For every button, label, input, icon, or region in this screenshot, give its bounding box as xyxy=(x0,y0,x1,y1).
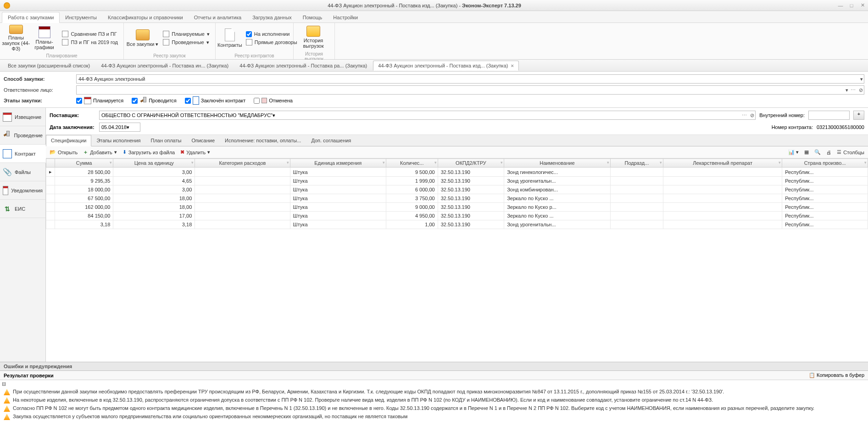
grid-view-button[interactable]: ▦ xyxy=(804,149,809,155)
table-row[interactable]: 84 150,0017,00Штука4 950,0032.50.13.190З… xyxy=(46,212,868,220)
menu-tab-classifiers[interactable]: Классификаторы и справочники xyxy=(102,12,189,22)
filter-icon[interactable]: ▾ xyxy=(434,160,437,165)
responsible-input[interactable]: ▾⋯⊘ xyxy=(76,85,864,95)
spec-grid[interactable]: Сумма▾Цена за единицу▾Категория расходов… xyxy=(46,158,868,362)
close-button[interactable]: ✕ xyxy=(857,1,868,10)
col-header[interactable]: Количес...▾ xyxy=(386,159,438,168)
col-header[interactable]: Страна произво...▾ xyxy=(782,159,868,168)
menu-tab-tools[interactable]: Инструменты xyxy=(60,12,102,22)
date-input[interactable]: 05.04.2018▾ xyxy=(99,123,140,132)
plan-graphics-button[interactable]: Планы-графики xyxy=(30,25,59,51)
filter-icon[interactable]: ▾ xyxy=(383,160,385,165)
delete-button[interactable]: ✖Удалить ▾ xyxy=(180,149,210,155)
stage-cancelled[interactable]: Отменена xyxy=(254,98,293,104)
plans-button[interactable]: Планы закупок (44-ФЗ) xyxy=(2,25,30,51)
filter-icon[interactable]: ▾ xyxy=(287,160,289,165)
table-row[interactable]: 67 500,0018,00Штука3 750,0032.50.13.190З… xyxy=(46,194,868,203)
col-header[interactable]: Цена за единицу▾ xyxy=(113,159,195,168)
chevron-down-icon[interactable]: ▾ xyxy=(860,76,863,82)
stage-contract[interactable]: Заключён контракт xyxy=(185,96,245,105)
tab-addagr[interactable]: Доп. соглашения xyxy=(306,135,356,146)
print-button[interactable]: 🖨 xyxy=(826,150,831,155)
tab-desc[interactable]: Описание xyxy=(186,135,220,146)
col-header[interactable]: Наименование▾ xyxy=(504,159,611,168)
filter-icon[interactable]: ▾ xyxy=(660,160,662,165)
on-execution-button[interactable]: На исполнении xyxy=(245,31,298,38)
direct-contracts-button[interactable]: Прямые договоры xyxy=(245,39,298,46)
chevron-down-icon[interactable]: ▾ xyxy=(273,112,275,118)
contracts-button[interactable]: Контракты xyxy=(217,25,242,51)
filter-icon[interactable]: ▾ xyxy=(779,160,781,165)
columns-button[interactable]: ☰ Столбцы xyxy=(837,149,864,155)
on-exec-checkbox[interactable] xyxy=(246,31,252,37)
clear-icon[interactable]: ⊘ xyxy=(750,112,754,118)
table-row[interactable]: ▸28 500,003,00Штука9 500,0032.50.13.190З… xyxy=(46,168,868,177)
add-button[interactable]: + xyxy=(853,111,864,120)
nav-notice[interactable]: Извещение xyxy=(0,108,45,126)
table-row[interactable]: 3,183,18Штука1,0032.50.13.190Зонд уроген… xyxy=(46,220,868,229)
stage-conducted[interactable]: Проводится xyxy=(132,97,177,104)
nav-files[interactable]: 📎Файлы xyxy=(0,163,45,181)
tab-exec[interactable]: Исполнение: поставки, оплаты... xyxy=(220,135,306,146)
filter-icon[interactable]: ▾ xyxy=(864,160,867,165)
export-button[interactable]: 📊 ▾ xyxy=(788,149,799,155)
close-icon[interactable]: × xyxy=(511,63,513,68)
add-button[interactable]: ＋Добавить ▾ xyxy=(83,149,117,156)
table-row[interactable]: 18 000,003,00Штука6 000,0032.50.13.190Зо… xyxy=(46,185,868,194)
nav-conduct[interactable]: Проведение xyxy=(0,126,45,145)
table-row[interactable]: 162 000,0018,00Штука9 000,0032.50.13.190… xyxy=(46,203,868,212)
done-button[interactable]: Проведенные ▾ xyxy=(162,39,211,46)
col-header[interactable]: Сумма▾ xyxy=(55,159,113,168)
error-list[interactable]: ⊟При осуществлении данной закупки необхо… xyxy=(0,380,868,426)
folder-icon xyxy=(306,26,320,37)
filter-icon[interactable]: ▾ xyxy=(607,160,609,165)
col-header[interactable]: Подразд...▾ xyxy=(610,159,663,168)
menu-tab-reports[interactable]: Отчеты и аналитика xyxy=(189,12,247,22)
menu-tab-purchases[interactable]: Работа с закупками xyxy=(2,12,60,23)
nav-contract[interactable]: Контракт xyxy=(0,145,46,163)
minimize-button[interactable]: — xyxy=(835,1,846,10)
doc-tab-all[interactable]: Все закупки (расширенный список) xyxy=(3,61,95,71)
maximize-button[interactable]: □ xyxy=(846,1,857,10)
pz-pg-2019-button[interactable]: ПЗ и ПГ на 2019 год xyxy=(61,39,119,46)
clear-icon[interactable]: ⊘ xyxy=(859,87,863,93)
ellipsis-icon[interactable]: ⋯ xyxy=(851,87,856,93)
col-header[interactable]: Лекарственный препарат▾ xyxy=(663,159,782,168)
load-file-button[interactable]: ⬇Загрузить из файла xyxy=(122,149,175,155)
tab-payment[interactable]: План оплаты xyxy=(146,135,187,146)
doc-tab-3[interactable]: 44-ФЗ Аукцион электронный - Поставка изд… xyxy=(373,61,519,71)
copy-buffer-button[interactable]: 📋 Копировать в буфер xyxy=(809,372,864,378)
table-row[interactable]: 9 295,354,65Штука1 999,0032.50.13.190Зон… xyxy=(46,177,868,185)
nav-eis[interactable]: ⇅ЕИС xyxy=(0,200,45,218)
menu-tab-settings[interactable]: Настройки xyxy=(328,12,363,22)
zoom-button[interactable]: 🔍 xyxy=(814,149,821,155)
menu-tab-loading[interactable]: Загрузка данных xyxy=(247,12,297,22)
planned-button[interactable]: Планируемые ▾ xyxy=(162,30,211,38)
chevron-down-icon[interactable]: ▾ xyxy=(846,87,848,93)
compare-pz-pg-button[interactable]: Сравнение ПЗ и ПГ xyxy=(61,30,119,38)
menu-tab-help[interactable]: Помощь xyxy=(297,12,328,22)
tab-spec[interactable]: Спецификации xyxy=(46,135,91,146)
chevron-down-icon[interactable]: ▾ xyxy=(127,124,129,130)
col-header[interactable]: Категория расходов▾ xyxy=(195,159,290,168)
filter-icon[interactable]: ▾ xyxy=(110,160,112,165)
open-button[interactable]: 📂Открыть xyxy=(50,149,78,155)
ellipsis-icon[interactable]: ⋯ xyxy=(742,112,747,118)
doc-tab-2[interactable]: 44-ФЗ Аукцион электронный - Поставка ра.… xyxy=(234,61,372,71)
method-label: Способ закупки: xyxy=(4,76,72,82)
filter-icon[interactable]: ▾ xyxy=(191,160,194,165)
stage-planned[interactable]: Планируется xyxy=(76,97,123,104)
download-icon: ⬇ xyxy=(122,149,127,155)
all-purchases-button[interactable]: Все закупки ▾ xyxy=(126,25,159,51)
calendar-icon xyxy=(3,112,12,122)
filter-icon[interactable]: ▾ xyxy=(501,160,503,165)
inner-num-input[interactable] xyxy=(808,111,850,120)
tab-stages[interactable]: Этапы исполнения xyxy=(91,135,145,146)
doc-tab-1[interactable]: 44-ФЗ Аукцион электронный - Поставка ин.… xyxy=(96,61,234,71)
nav-notifications[interactable]: Уведомления xyxy=(0,181,45,200)
history-button[interactable]: Историявыгрузок xyxy=(295,24,331,50)
supplier-input[interactable]: ОБЩЕСТВО С ОГРАНИЧЕННОЙ ОТВЕТСТВЕННОСТЬЮ… xyxy=(99,111,756,120)
method-input[interactable]: 44-ФЗ Аукцион электронный▾ xyxy=(76,74,864,84)
col-header[interactable]: ОКПД2/КТРУ▾ xyxy=(438,159,504,168)
col-header[interactable]: Единица измерения▾ xyxy=(290,159,386,168)
